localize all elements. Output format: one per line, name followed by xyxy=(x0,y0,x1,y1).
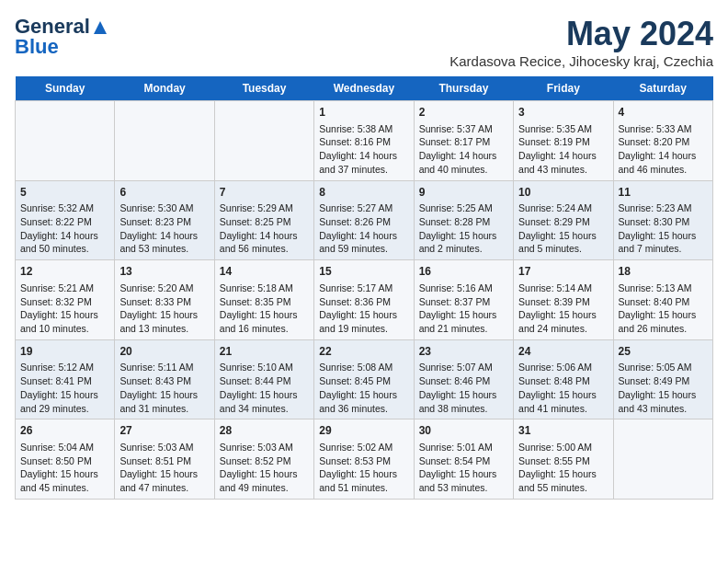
day-number: 11 xyxy=(619,185,708,201)
calendar-cell: 10Sunrise: 5:24 AMSunset: 8:29 PMDayligh… xyxy=(514,180,613,260)
cell-info: Sunset: 8:55 PM xyxy=(518,454,608,468)
cell-info: Sunrise: 5:18 AM xyxy=(220,282,309,295)
cell-info: and 21 minutes. xyxy=(419,322,508,336)
dow-header-wednesday: Wednesday xyxy=(314,76,414,101)
cell-info: Daylight: 14 hours xyxy=(518,149,608,163)
day-number: 7 xyxy=(220,185,309,201)
cell-info: and 47 minutes. xyxy=(119,481,209,495)
cell-info: and 5 minutes. xyxy=(518,242,608,256)
cell-info: and 26 minutes. xyxy=(619,322,708,336)
calendar-cell xyxy=(16,101,115,181)
cell-info: Sunrise: 5:17 AM xyxy=(319,282,408,295)
day-number: 19 xyxy=(20,344,109,360)
cell-info: and 19 minutes. xyxy=(319,322,408,336)
cell-info: and 24 minutes. xyxy=(518,322,608,336)
calendar-cell: 22Sunrise: 5:08 AMSunset: 8:45 PMDayligh… xyxy=(314,339,414,419)
calendar-cell: 30Sunrise: 5:01 AMSunset: 8:54 PMDayligh… xyxy=(414,419,513,500)
logo-arrow-icon xyxy=(92,19,108,36)
cell-info: Daylight: 14 hours xyxy=(419,149,508,163)
calendar-cell: 25Sunrise: 5:05 AMSunset: 8:49 PMDayligh… xyxy=(613,339,712,419)
cell-info: Sunset: 8:33 PM xyxy=(119,295,209,309)
day-number: 20 xyxy=(119,344,209,360)
calendar-cell: 16Sunrise: 5:16 AMSunset: 8:37 PMDayligh… xyxy=(414,260,513,340)
cell-info: Daylight: 14 hours xyxy=(619,149,708,163)
cell-info: and 2 minutes. xyxy=(419,242,508,256)
calendar-cell xyxy=(613,419,712,500)
cell-info: Sunset: 8:32 PM xyxy=(20,295,109,309)
cell-info: Sunset: 8:53 PM xyxy=(319,454,408,468)
calendar-cell: 2Sunrise: 5:37 AMSunset: 8:17 PMDaylight… xyxy=(414,101,513,181)
cell-info: Sunset: 8:22 PM xyxy=(20,215,109,229)
cell-info: Daylight: 15 hours xyxy=(220,308,309,322)
calendar-cell: 17Sunrise: 5:14 AMSunset: 8:39 PMDayligh… xyxy=(514,260,613,340)
cell-info: Sunrise: 5:32 AM xyxy=(20,201,109,215)
cell-info: Sunset: 8:25 PM xyxy=(220,215,309,229)
cell-info: Sunrise: 5:20 AM xyxy=(119,282,209,295)
cell-info: Sunset: 8:16 PM xyxy=(319,135,408,149)
cell-info: Sunset: 8:35 PM xyxy=(220,295,309,309)
cell-info: Sunset: 8:26 PM xyxy=(319,215,408,229)
cell-info: Sunrise: 5:11 AM xyxy=(119,361,209,374)
page-header: General Blue May 2024 Kardasova Recice, … xyxy=(15,15,713,69)
cell-info: and 53 minutes. xyxy=(119,242,209,256)
cell-info: Sunset: 8:36 PM xyxy=(319,295,408,309)
cell-info: Daylight: 15 hours xyxy=(220,388,309,402)
cell-info: Sunset: 8:51 PM xyxy=(119,454,209,468)
cell-info: and 56 minutes. xyxy=(220,242,309,256)
logo: General Blue xyxy=(15,15,108,59)
dow-header-thursday: Thursday xyxy=(414,76,513,101)
calendar-cell: 15Sunrise: 5:17 AMSunset: 8:36 PMDayligh… xyxy=(314,260,414,340)
calendar-cell: 4Sunrise: 5:33 AMSunset: 8:20 PMDaylight… xyxy=(613,101,712,181)
dow-header-monday: Monday xyxy=(115,76,214,101)
dow-header-tuesday: Tuesday xyxy=(214,76,313,101)
calendar-cell: 7Sunrise: 5:29 AMSunset: 8:25 PMDaylight… xyxy=(214,180,313,260)
cell-info: Sunrise: 5:33 AM xyxy=(619,122,708,136)
calendar-body: 1Sunrise: 5:38 AMSunset: 8:16 PMDaylight… xyxy=(16,101,713,500)
cell-info: Daylight: 15 hours xyxy=(419,308,508,322)
day-number: 27 xyxy=(119,423,209,439)
cell-info: Daylight: 14 hours xyxy=(20,229,109,243)
cell-info: Daylight: 15 hours xyxy=(518,388,608,402)
day-number: 9 xyxy=(419,185,508,201)
cell-info: and 34 minutes. xyxy=(220,402,309,416)
cell-info: Sunrise: 5:27 AM xyxy=(319,201,408,215)
calendar-cell xyxy=(214,101,313,181)
cell-info: Sunrise: 5:07 AM xyxy=(419,361,508,374)
page-title: May 2024 xyxy=(449,15,713,53)
cell-info: and 43 minutes. xyxy=(518,163,608,177)
week-row-1: 1Sunrise: 5:38 AMSunset: 8:16 PMDaylight… xyxy=(16,101,713,181)
day-number: 30 xyxy=(419,423,508,439)
calendar-cell: 20Sunrise: 5:11 AMSunset: 8:43 PMDayligh… xyxy=(115,339,214,419)
cell-info: Sunrise: 5:16 AM xyxy=(419,282,508,295)
cell-info: Daylight: 15 hours xyxy=(119,388,209,402)
cell-info: Sunset: 8:30 PM xyxy=(619,215,708,229)
cell-info: Sunrise: 5:38 AM xyxy=(319,122,408,136)
cell-info: Sunset: 8:45 PM xyxy=(319,374,408,388)
day-number: 12 xyxy=(20,264,109,280)
day-number: 1 xyxy=(319,105,408,121)
cell-info: Sunrise: 5:05 AM xyxy=(619,361,708,374)
cell-info: Sunrise: 5:23 AM xyxy=(619,201,708,215)
cell-info: Sunrise: 5:37 AM xyxy=(419,122,508,136)
cell-info: Sunset: 8:37 PM xyxy=(419,295,508,309)
cell-info: Daylight: 15 hours xyxy=(20,467,109,481)
cell-info: Daylight: 15 hours xyxy=(619,308,708,322)
day-number: 4 xyxy=(619,105,708,121)
cell-info: Sunrise: 5:12 AM xyxy=(20,361,109,374)
calendar-cell: 23Sunrise: 5:07 AMSunset: 8:46 PMDayligh… xyxy=(414,339,513,419)
calendar-cell: 24Sunrise: 5:06 AMSunset: 8:48 PMDayligh… xyxy=(514,339,613,419)
week-row-3: 12Sunrise: 5:21 AMSunset: 8:32 PMDayligh… xyxy=(16,260,713,340)
cell-info: Daylight: 15 hours xyxy=(619,388,708,402)
cell-info: and 40 minutes. xyxy=(419,163,508,177)
cell-info: Sunrise: 5:30 AM xyxy=(119,201,209,215)
cell-info: Sunrise: 5:10 AM xyxy=(220,361,309,374)
day-number: 15 xyxy=(319,264,408,280)
cell-info: Sunset: 8:28 PM xyxy=(419,215,508,229)
day-number: 5 xyxy=(20,185,109,201)
calendar-cell: 28Sunrise: 5:03 AMSunset: 8:52 PMDayligh… xyxy=(214,419,313,500)
calendar-cell: 5Sunrise: 5:32 AMSunset: 8:22 PMDaylight… xyxy=(16,180,115,260)
cell-info: Daylight: 15 hours xyxy=(20,388,109,402)
cell-info: Sunrise: 5:03 AM xyxy=(119,441,209,454)
day-number: 25 xyxy=(619,344,708,360)
day-number: 24 xyxy=(518,344,608,360)
